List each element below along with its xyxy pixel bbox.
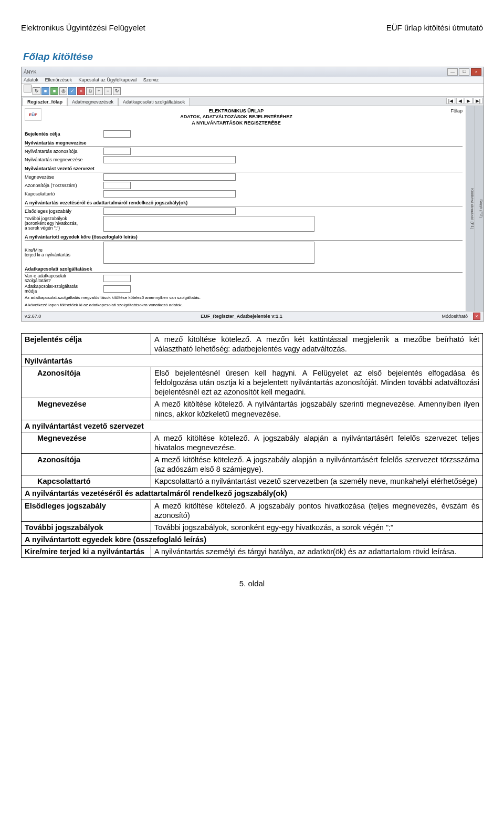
cell-kire-l: Kire/mire terjed ki a nyilvántartás [22,546,151,558]
input-szerv-torzsszam[interactable] [103,182,131,189]
tab-adatkapcsolati[interactable]: Adatkapcsolati szolgáltatások [118,98,190,106]
group-egyedek: A nyilvántartott egyedek köre (összefogl… [25,234,463,241]
menu-szerviz[interactable]: Szerviz [143,77,159,82]
cell-megnevezes-l: Megnevezése [22,398,151,420]
form-title-line1: ELEKTRONIKUS ŰRLAP [45,108,428,114]
status-version: v.2.67.0 [25,314,41,319]
tab-adatmegnevezesek[interactable]: Adatmegnevezések [67,98,118,106]
input-tovabbi-jogszabalyok[interactable] [103,216,314,232]
input-van-e-adatkapcs[interactable] [103,275,131,282]
input-bejelentes-celja[interactable] [103,130,131,138]
menu-kapcsolat[interactable]: Kapcsolat az Ügyfélkapuval [79,77,137,82]
side-help-panel-f2[interactable]: Súgó (F2) [475,106,484,311]
status-form-id: EUF_Regiszter_Adatbejelentés v:1.1 [201,314,282,319]
form-title-line2: ADATOK, ADATVÁLTOZÁSOK BEJELENTÉSÉHEZ [45,114,428,120]
euf-logo-icon: EÜF [25,108,41,121]
input-kapcsolattarto[interactable] [103,190,236,198]
group-nyilvantartas: Nyilvántartás megnevezése [25,140,463,147]
form-title-line3: A NYILVÁNTARTÁSOK REGISZTERÉBE [45,120,428,126]
floppy-green-icon[interactable]: ■ [50,87,58,95]
cross-red-icon[interactable]: × [77,87,85,95]
input-szerv-megnevezes[interactable] [103,173,236,181]
cell-egyedek: A nyilvántartott egyedek köre (összefogl… [22,533,483,545]
cell-kapcsolattarto-r: Kapcsolattartó a nyilvántartást vezető s… [151,475,483,488]
app-screenshot: ÁNYK — ☐ × Adatok Ellenőrzések Kapcsolat… [21,67,484,322]
cell-kapcsolattarto-l: Kapcsolattartó [22,475,151,488]
cell-szerv-azonosito-l: Azonosítója [22,454,151,475]
printer-icon[interactable]: ⎙ [86,87,94,95]
page-number: 5. oldal [21,579,483,588]
note-line1: Az adatkapcsolat-szolgáltatás megvalósít… [25,295,463,300]
toolbar: ↻■■◎✓×⎙+−↻ [22,84,484,97]
doc-header-left: Elektronikus Ügyintézési Felügyelet [21,23,145,32]
note-line2: A következő lapon tölthetőek ki az adatk… [25,303,463,308]
floppy-blue-icon[interactable]: ■ [41,87,49,95]
cell-tovabbi-l: További jogszabályok [22,521,151,533]
form-foliation: Főlap [431,108,463,113]
zoom-out-icon[interactable]: − [104,87,112,95]
cell-azonosito-l: Azonosítója [22,367,151,398]
zoom-in-icon[interactable]: + [95,87,103,95]
globe-icon[interactable]: ◎ [59,87,67,95]
nav-first-icon[interactable]: |◀ [446,98,455,104]
input-adatkapcs-modja[interactable] [103,285,131,293]
section-title: Főlap kitöltése [23,51,483,63]
cell-elsodleges-l: Elsődleges jogszabály [22,500,151,521]
menubar: Adatok Ellenőrzések Kapcsolat az Ügyfélk… [22,77,484,84]
cell-szerv-megnevezes-r: A mező kitöltése kötelező. A jogszabály … [151,432,483,453]
cell-azonosito-r: Első bejelentésnél üresen kell hagyni. A… [151,367,483,398]
window-minimize-icon[interactable]: — [447,68,458,76]
window-maximize-icon[interactable]: ☐ [459,68,469,76]
open-icon[interactable]: ↻ [33,87,40,95]
group-adatkapcs: Adatkapcsolati szolgáltatások [25,266,463,273]
instructions-table: Bejelentés célja A mező kitöltése kötele… [21,333,483,558]
menu-ellenorzesek[interactable]: Ellenőrzések [45,77,72,82]
window-title: ÁNYK [24,69,37,75]
window-close-icon[interactable]: × [471,68,481,76]
doc-header-right: EÜF űrlap kitöltési útmutató [386,23,483,32]
new-icon[interactable] [24,85,32,92]
cell-kire-r: A nyilvántartás személyi és tárgyi hatál… [151,546,483,558]
input-nyilv-megnevezes[interactable] [103,156,236,163]
group-szervezet: Nyilvántartást vezető szervezet [25,165,463,172]
cell-szerv-azonosito-r: A mező kitöltése kötelező. A jogszabály … [151,454,483,475]
nav-next-icon[interactable]: ▶ [465,98,472,104]
delete-icon[interactable]: × [473,313,480,320]
cell-megnevezes-r: A mező kitöltése kötelező. A nyilvántart… [151,398,483,420]
refresh-icon[interactable]: ↻ [113,87,121,95]
cell-nyilvantartas: Nyilvántartás [22,355,483,367]
check-blue-icon[interactable]: ✓ [68,87,76,95]
input-kire-mire[interactable] [103,242,314,264]
cell-bejelentes-celja-r: A mező kitöltése kötelező. A mezőn két k… [151,333,483,355]
menu-adatok[interactable]: Adatok [24,77,38,82]
tab-regiszter-folap[interactable]: Regiszter_főlap [23,98,67,106]
status-state: Módosítható [442,314,468,319]
label-bejelentes-celja: Bejelentés célja [25,131,103,137]
group-jogszabaly: A nyilvántartás vezetéséről és adattarta… [25,200,463,206]
nav-last-icon[interactable]: ▶| [474,98,482,104]
nav-prev-icon[interactable]: ◀ [456,98,464,104]
cell-tovabbi-r: További jogszabályok, soronként egy-egy … [151,521,483,533]
cell-szervezet: A nyilvántartást vezető szervezet [22,420,483,432]
cell-szerv-megnevezes-l: Megnevezése [22,432,151,453]
input-elsodleges-jogszabaly[interactable] [103,208,236,215]
side-help-panel-f1[interactable]: Kitöltési útmutató (F1) [466,106,475,311]
input-nyilv-azonosito[interactable] [103,148,131,155]
cell-bejelentes-celja-l: Bejelentés célja [22,333,151,355]
cell-elsodleges-r: A mező kitöltése kötelező. A jogszabály … [151,500,483,521]
cell-jogszabaly: A nyilvántartás vezetéséről és adattarta… [22,488,483,500]
